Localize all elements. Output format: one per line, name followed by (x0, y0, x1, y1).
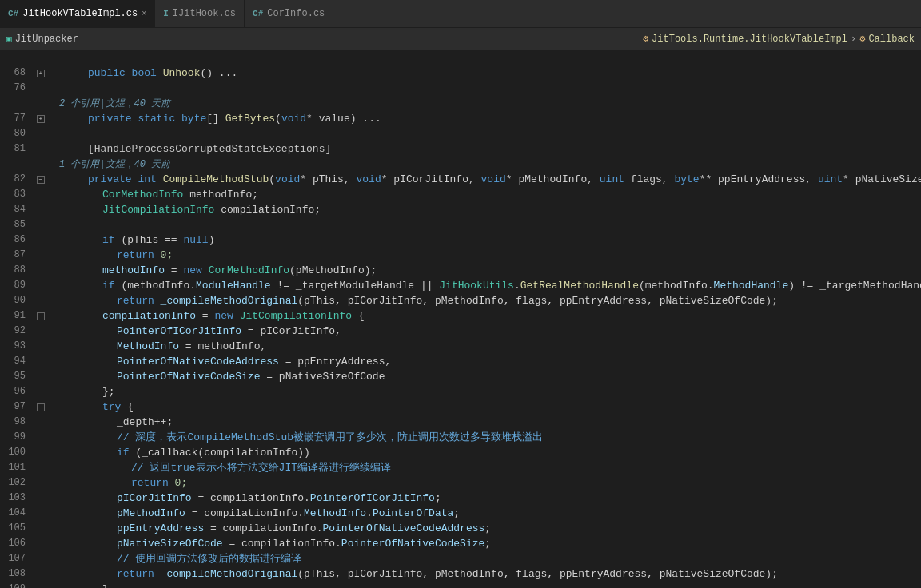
line-number: 86 (0, 232, 34, 248)
indent-col (48, 491, 59, 506)
token: (methodInfo. (639, 280, 714, 292)
table-row: 85 (0, 217, 921, 232)
token: [] (206, 113, 225, 125)
token: GetRealMethodHandle (520, 280, 639, 292)
token: ( (275, 113, 281, 125)
table-row: 96}; (0, 384, 921, 399)
table-row: 97−try { (0, 399, 921, 415)
token: ; (453, 507, 460, 519)
token: static (138, 113, 181, 125)
token: JitCompilationInfo (102, 204, 221, 216)
token: // 返回true表示不将方法交给JIT编译器进行继续编译 (131, 462, 391, 474)
tab-corinfo[interactable]: C# CorInfo.cs (245, 0, 333, 27)
token: = pNativeSizeOfCode (260, 371, 385, 383)
code-col: }; (59, 384, 921, 399)
tab-cs-icon-1: C# (8, 9, 18, 18)
code-col: _depth++; (59, 415, 921, 430)
code-col: CorMethodInfo methodInfo; (59, 187, 921, 202)
token: JitCompilationInfo (240, 310, 352, 322)
indent-col (48, 566, 59, 582)
line-number (0, 157, 34, 172)
indent-col (48, 202, 59, 217)
tab-jithookvtableimpl[interactable]: C# JitHookVTableImpl.cs × (0, 0, 155, 27)
token: JitHookUtils (439, 280, 514, 292)
indent-col (48, 96, 59, 111)
token: MethodHandle (714, 280, 789, 292)
indent-col (48, 157, 59, 172)
breadcrumb-project[interactable]: JitUnpacker (15, 34, 78, 45)
token: (pThis, pICorJitInfo, pMethodInfo, flags… (297, 568, 778, 580)
token: new (183, 264, 208, 276)
token: PointerOfICorJitInfo (310, 492, 435, 504)
table-row: 91−compilationInfo = new JitCompilationI… (0, 308, 921, 324)
indent-col (48, 415, 59, 430)
token: pICorJitInfo (117, 492, 192, 504)
indent-col (48, 521, 59, 536)
table-row: 109} (0, 582, 921, 588)
fold-marker (34, 278, 48, 293)
code-col: public bool Unhook() ... (59, 66, 921, 81)
token: = (196, 310, 214, 322)
indent-col (48, 369, 59, 384)
line-number: 96 (0, 384, 34, 399)
token: = compilationInfo. (204, 522, 322, 534)
table-row: 90return _compileMethodOriginal(pThis, p… (0, 293, 921, 308)
fold-marker[interactable]: + (34, 66, 48, 81)
token: MethodInfo (304, 507, 366, 519)
indent-col (48, 293, 59, 308)
code-col (59, 126, 921, 141)
line-number: 98 (0, 415, 34, 430)
indent-col (48, 50, 59, 66)
token: pNativeSizeOfCode (117, 538, 223, 550)
fold-marker (34, 339, 48, 354)
breadcrumb-namespace[interactable]: JitTools.Runtime.JitHookVTableImpl (652, 34, 847, 45)
fold-marker[interactable]: − (34, 308, 48, 324)
tab-ijithook[interactable]: I IJitHook.cs (155, 0, 245, 27)
line-number (0, 50, 34, 66)
table-row: 104pMethodInfo = compilationInfo.MethodI… (0, 506, 921, 521)
indent-col (48, 248, 59, 263)
table-row: 89if (methodInfo.ModuleHandle != _target… (0, 278, 921, 293)
indent-col (48, 339, 59, 354)
token: ; (435, 492, 441, 504)
table-row: 87return 0; (0, 248, 921, 263)
token: void (281, 113, 306, 125)
code-col: } (59, 582, 921, 588)
indent-col (48, 460, 59, 475)
token: * pMethodInfo, (506, 173, 600, 185)
breadcrumb-callback[interactable]: Callback (868, 34, 915, 45)
token: CompileMethodStub (163, 173, 269, 185)
tab-close-1[interactable]: × (142, 10, 146, 18)
fold-marker (34, 293, 48, 308)
token: new (214, 310, 239, 322)
fold-marker (34, 157, 48, 172)
tab-label-3: CorInfo.cs (267, 8, 325, 19)
code-col: MethodInfo = methodInfo, (59, 339, 921, 354)
fold-marker (34, 369, 48, 384)
line-number: 90 (0, 293, 34, 308)
line-number: 77 (0, 111, 34, 126)
fold-marker[interactable]: + (34, 111, 48, 126)
table-row: 101// 返回true表示不将方法交给JIT编译器进行继续编译 (0, 460, 921, 475)
breadcrumb-right: ⚙ JitTools.Runtime.JitHookVTableImpl › ⚙… (643, 33, 915, 45)
line-number: 99 (0, 430, 34, 445)
editor-scroll[interactable]: 68+public bool Unhook() ...762 个引用|文煜，40… (0, 50, 921, 588)
indent-col (48, 111, 59, 126)
fold-marker (34, 263, 48, 278)
fold-marker (34, 384, 48, 399)
table-row: 107// 使用回调方法修改后的数据进行编译 (0, 551, 921, 566)
token: (pThis, pICorJitInfo, pMethodInfo, flags… (297, 295, 778, 307)
table-row: 83CorMethodInfo methodInfo; (0, 187, 921, 202)
line-number: 101 (0, 460, 34, 475)
table-row: 93MethodInfo = methodInfo, (0, 339, 921, 354)
breadcrumb-left: ▣ JitUnpacker (6, 34, 78, 45)
token: _depth++; (117, 416, 173, 428)
token: 1 个引用|文煜，40 天前 (59, 159, 170, 170)
fold-marker[interactable]: − (34, 172, 48, 187)
fold-marker[interactable]: − (34, 399, 48, 415)
line-number: 80 (0, 126, 34, 141)
line-number: 107 (0, 551, 34, 566)
indent-col (48, 506, 59, 521)
table-row: 100if (_callback(compilationInfo)) (0, 445, 921, 460)
indent-col (48, 582, 59, 588)
